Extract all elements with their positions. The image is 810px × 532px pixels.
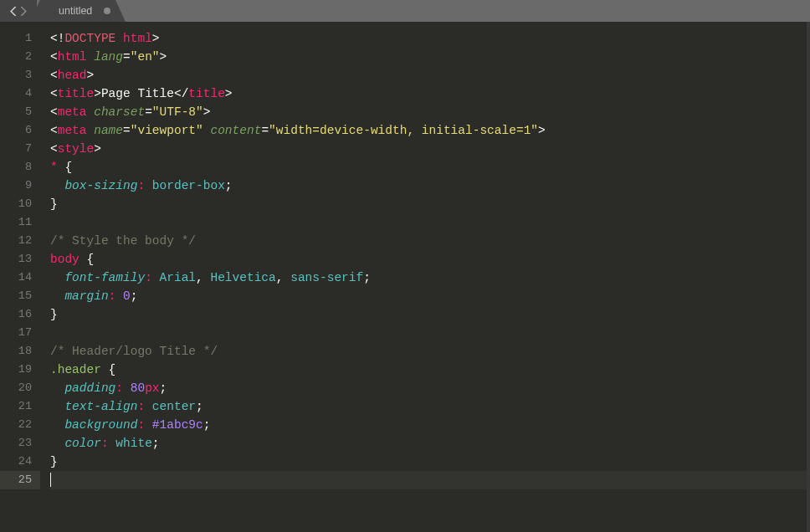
code-line[interactable]: } <box>50 305 810 324</box>
code-line[interactable]: margin: 0; <box>50 287 810 305</box>
tab-title: untitled <box>59 5 92 17</box>
code-line[interactable]: padding: 80px; <box>50 379 810 397</box>
line-number: 22 <box>0 416 32 434</box>
minimap-edge <box>807 22 810 532</box>
line-number: 13 <box>0 250 32 269</box>
code-line[interactable] <box>50 324 810 342</box>
line-number: 2 <box>0 48 32 66</box>
line-number: 14 <box>0 269 32 287</box>
line-number: 16 <box>0 305 32 324</box>
line-number: 11 <box>0 213 32 232</box>
back-icon <box>10 7 18 16</box>
code-line[interactable]: /* Style the body */ <box>50 232 810 250</box>
line-number: 21 <box>0 397 32 416</box>
code-line[interactable]: text-align: center; <box>50 397 810 416</box>
line-number: 20 <box>0 379 32 397</box>
line-number: 10 <box>0 195 32 213</box>
editor: 1234567891011121314151617181920212223242… <box>0 22 810 532</box>
code-line[interactable]: <meta charset="UTF-8"> <box>50 103 810 121</box>
code-line[interactable] <box>50 471 810 489</box>
code-line[interactable]: body { <box>50 250 810 269</box>
forward-icon <box>19 7 27 16</box>
code-line[interactable]: } <box>50 453 810 471</box>
line-number: 17 <box>0 324 32 342</box>
code-line[interactable]: <style> <box>50 140 810 158</box>
line-number: 25 <box>0 471 40 489</box>
code-line[interactable]: color: white; <box>50 434 810 453</box>
line-number: 15 <box>0 287 32 305</box>
code-line[interactable]: <html lang="en"> <box>50 48 810 66</box>
code-line[interactable]: /* Header/logo Title */ <box>50 342 810 361</box>
dirty-indicator-icon <box>104 8 110 14</box>
code-line[interactable]: <title>Page Title</title> <box>50 84 810 103</box>
tab-bar: untitled <box>0 0 810 22</box>
code-line[interactable]: font-family: Arial, Helvetica, sans-seri… <box>50 269 810 287</box>
line-number: 12 <box>0 232 32 250</box>
code-line[interactable]: * { <box>50 158 810 176</box>
code-line[interactable]: <meta name="viewport" content="width=dev… <box>50 121 810 140</box>
line-number: 3 <box>0 66 32 84</box>
line-number: 24 <box>0 453 32 471</box>
code-area[interactable]: <!DOCTYPE html><html lang="en"><head><ti… <box>40 22 810 532</box>
line-number: 8 <box>0 158 32 176</box>
code-line[interactable]: } <box>50 195 810 213</box>
tab-untitled[interactable]: untitled <box>40 0 115 22</box>
code-line[interactable]: background: #1abc9c; <box>50 416 810 434</box>
line-number: 23 <box>0 434 32 453</box>
line-number: 7 <box>0 140 32 158</box>
code-line[interactable]: <!DOCTYPE html> <box>50 29 810 48</box>
code-line[interactable]: box-sizing: border-box; <box>50 176 810 195</box>
line-number: 4 <box>0 84 32 103</box>
code-line[interactable]: .header { <box>50 361 810 379</box>
line-number: 5 <box>0 103 32 121</box>
line-number: 1 <box>0 29 32 48</box>
line-number: 18 <box>0 342 32 361</box>
code-line[interactable] <box>50 213 810 232</box>
line-number: 19 <box>0 361 32 379</box>
line-gutter: 1234567891011121314151617181920212223242… <box>0 22 40 532</box>
line-number: 9 <box>0 176 32 195</box>
code-line[interactable]: <head> <box>50 66 810 84</box>
line-number: 6 <box>0 121 32 140</box>
